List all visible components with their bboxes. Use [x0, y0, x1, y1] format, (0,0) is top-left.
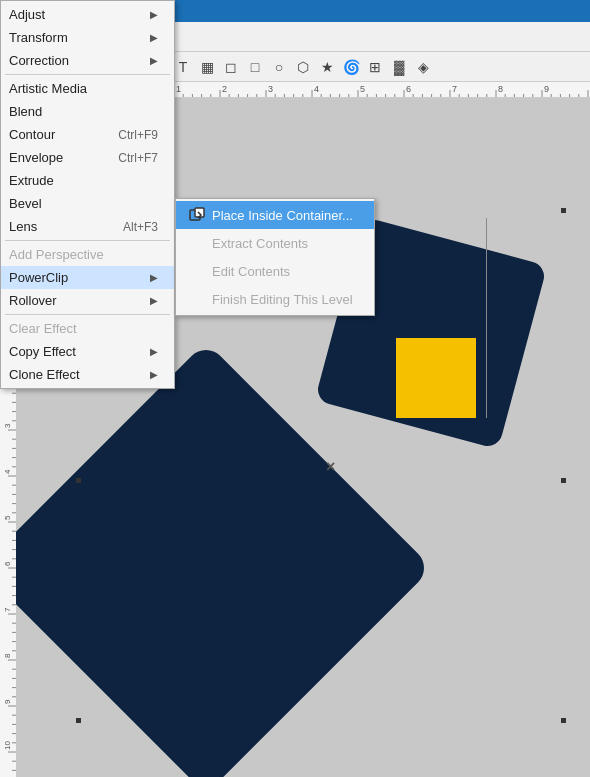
interactive-fill-icon[interactable]: ◈	[412, 56, 434, 78]
menu-label-envelope: Envelope	[9, 150, 63, 165]
ellipse-icon[interactable]: ○	[268, 56, 290, 78]
menu-label-artistic-media: Artistic Media	[9, 81, 87, 96]
menu-item-clear-effect: Clear Effect	[1, 317, 174, 340]
submenu-powerclip: Place Inside Container... Extract Conten…	[175, 198, 375, 316]
menu-item-contour[interactable]: Contour Ctrl+F9	[1, 123, 174, 146]
menu-item-correction[interactable]: Correction ▶	[1, 49, 174, 72]
menu-label-adjust: Adjust	[9, 7, 45, 22]
clone-effect-arrow: ▶	[150, 369, 158, 380]
submenu-label-edit-contents: Edit Contents	[212, 264, 290, 279]
menu-item-powerclip[interactable]: PowerClip ▶	[1, 266, 174, 289]
menu-item-add-perspective: Add Perspective	[1, 243, 174, 266]
submenu-label-extract: Extract Contents	[212, 236, 308, 251]
submenu-item-finish-editing: Finish Editing This Level	[176, 285, 374, 313]
dot-marker	[76, 718, 81, 723]
rollover-arrow: ▶	[150, 295, 158, 306]
menu-label-rollover: Rollover	[9, 293, 57, 308]
menu-label-extrude: Extrude	[9, 173, 54, 188]
spiral-icon[interactable]: 🌀	[340, 56, 362, 78]
menu-label-transform: Transform	[9, 30, 68, 45]
menu-label-lens: Lens	[9, 219, 37, 234]
center-cross: ×	[326, 458, 335, 476]
submenu-item-edit-contents: Edit Contents	[176, 257, 374, 285]
dot-marker	[76, 478, 81, 483]
menu-item-lens[interactable]: Lens Alt+F3	[1, 215, 174, 238]
submenu-label-finish-editing: Finish Editing This Level	[212, 292, 353, 307]
submenu-item-place-inside[interactable]: Place Inside Container...	[176, 201, 374, 229]
effects-menu: Adjust ▶ Transform ▶ Correction ▶ Artist…	[0, 0, 175, 389]
menu-item-adjust[interactable]: Adjust ▶	[1, 3, 174, 26]
submenu-label-place-inside: Place Inside Container...	[212, 208, 353, 223]
menu-label-clear-effect: Clear Effect	[9, 321, 77, 336]
menu-label-blend: Blend	[9, 104, 42, 119]
graph-icon[interactable]: ⊞	[364, 56, 386, 78]
vertical-line	[486, 218, 487, 418]
menu-item-transform[interactable]: Transform ▶	[1, 26, 174, 49]
menu-item-extrude[interactable]: Extrude	[1, 169, 174, 192]
text-icon[interactable]: T	[172, 56, 194, 78]
yellow-shape	[396, 338, 476, 418]
menu-label-clone-effect: Clone Effect	[9, 367, 80, 382]
sep1	[5, 74, 170, 75]
correction-arrow: ▶	[150, 55, 158, 66]
menu-item-artistic-media[interactable]: Artistic Media	[1, 77, 174, 100]
copy-effect-arrow: ▶	[150, 346, 158, 357]
fill-icon[interactable]: ▓	[388, 56, 410, 78]
menu-label-add-perspective: Add Perspective	[9, 247, 104, 262]
shape-icon[interactable]: ◻	[220, 56, 242, 78]
table-icon[interactable]: ▦	[196, 56, 218, 78]
menu-label-bevel: Bevel	[9, 196, 42, 211]
polygon-icon[interactable]: ⬡	[292, 56, 314, 78]
menu-item-rollover[interactable]: Rollover ▶	[1, 289, 174, 312]
menu-item-copy-effect[interactable]: Copy Effect ▶	[1, 340, 174, 363]
menu-label-correction: Correction	[9, 53, 69, 68]
lens-shortcut: Alt+F3	[123, 220, 158, 234]
menu-label-powerclip: PowerClip	[9, 270, 68, 285]
sep3	[5, 314, 170, 315]
submenu-item-extract: Extract Contents	[176, 229, 374, 257]
extract-icon	[188, 234, 206, 252]
rect-icon[interactable]: □	[244, 56, 266, 78]
container-icon	[188, 206, 206, 224]
adjust-arrow: ▶	[150, 9, 158, 20]
star-icon[interactable]: ★	[316, 56, 338, 78]
menu-item-envelope[interactable]: Envelope Ctrl+F7	[1, 146, 174, 169]
transform-arrow: ▶	[150, 32, 158, 43]
edit-contents-icon	[188, 262, 206, 280]
menu-container: Adjust ▶ Transform ▶ Correction ▶ Artist…	[0, 0, 175, 389]
menu-item-blend[interactable]: Blend	[1, 100, 174, 123]
menu-label-copy-effect: Copy Effect	[9, 344, 76, 359]
envelope-shortcut: Ctrl+F7	[118, 151, 158, 165]
powerclip-arrow: ▶	[150, 272, 158, 283]
contour-shortcut: Ctrl+F9	[118, 128, 158, 142]
sep2	[5, 240, 170, 241]
menu-item-bevel[interactable]: Bevel	[1, 192, 174, 215]
dot-marker	[561, 478, 566, 483]
menu-label-contour: Contour	[9, 127, 55, 142]
finish-editing-icon	[188, 290, 206, 308]
dot-marker	[561, 718, 566, 723]
menu-item-clone-effect[interactable]: Clone Effect ▶	[1, 363, 174, 386]
dot-marker	[561, 208, 566, 213]
